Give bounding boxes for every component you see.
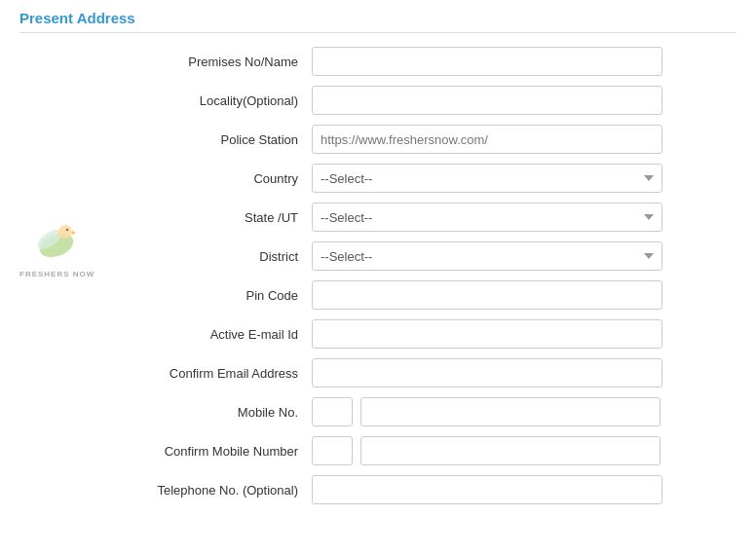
mobile-inputs (312, 397, 661, 426)
page-container: FRESHERS NOW Present Address Premises No… (0, 0, 756, 534)
telephone-row: Telephone No. (Optional) (97, 475, 737, 504)
premises-row: Premises No/Name (97, 47, 737, 76)
telephone-label: Telephone No. (Optional) (97, 483, 312, 498)
section-title: Present Address (19, 10, 737, 33)
mobile-row: Mobile No. (97, 397, 737, 426)
watermark-logo: FRESHERS NOW (19, 214, 94, 278)
pincode-input[interactable] (312, 280, 662, 310)
country-row: Country --Select-- (97, 164, 737, 193)
confirm-mobile-label: Confirm Mobile Number (97, 444, 312, 459)
confirm-mobile-number-input[interactable] (360, 436, 661, 465)
police-station-row: Police Station (97, 125, 737, 154)
freshers-now-logo-icon (30, 214, 84, 268)
locality-label: Locality(Optional) (97, 93, 312, 108)
district-row: District --Select-- (97, 241, 737, 271)
district-label: District (97, 249, 312, 264)
mobile-number-input[interactable] (360, 397, 661, 426)
police-station-input[interactable] (312, 125, 662, 154)
country-select[interactable]: --Select-- (312, 164, 662, 193)
mobile-prefix-input[interactable] (312, 397, 353, 426)
state-row: State /UT --Select-- (97, 203, 737, 232)
locality-row: Locality(Optional) (97, 86, 737, 115)
premises-input[interactable] (312, 47, 662, 76)
confirm-email-row: Confirm Email Address (97, 358, 737, 388)
email-label: Active E-mail Id (97, 327, 312, 342)
state-label: State /UT (97, 210, 312, 225)
confirm-email-label: Confirm Email Address (97, 366, 312, 381)
email-row: Active E-mail Id (97, 319, 737, 349)
mobile-label: Mobile No. (97, 405, 312, 420)
pincode-row: Pin Code (97, 280, 737, 310)
confirm-mobile-prefix-input[interactable] (312, 436, 353, 465)
confirm-mobile-inputs (312, 436, 661, 465)
confirm-mobile-row: Confirm Mobile Number (97, 436, 737, 465)
telephone-input[interactable] (312, 475, 662, 504)
pincode-label: Pin Code (97, 288, 312, 303)
watermark-text: FRESHERS NOW (19, 270, 94, 278)
svg-point-3 (66, 229, 68, 231)
email-input[interactable] (312, 319, 662, 349)
state-select[interactable]: --Select-- (312, 203, 662, 232)
district-select[interactable]: --Select-- (312, 241, 662, 271)
watermark: FRESHERS NOW (19, 214, 94, 278)
svg-point-2 (58, 225, 72, 239)
svg-marker-4 (72, 231, 76, 235)
premises-label: Premises No/Name (97, 55, 312, 69)
locality-input[interactable] (312, 86, 662, 115)
confirm-email-input[interactable] (312, 358, 662, 388)
police-station-label: Police Station (97, 132, 312, 147)
form-wrapper: Premises No/Name Locality(Optional) Poli… (97, 47, 737, 504)
country-label: Country (97, 171, 312, 186)
